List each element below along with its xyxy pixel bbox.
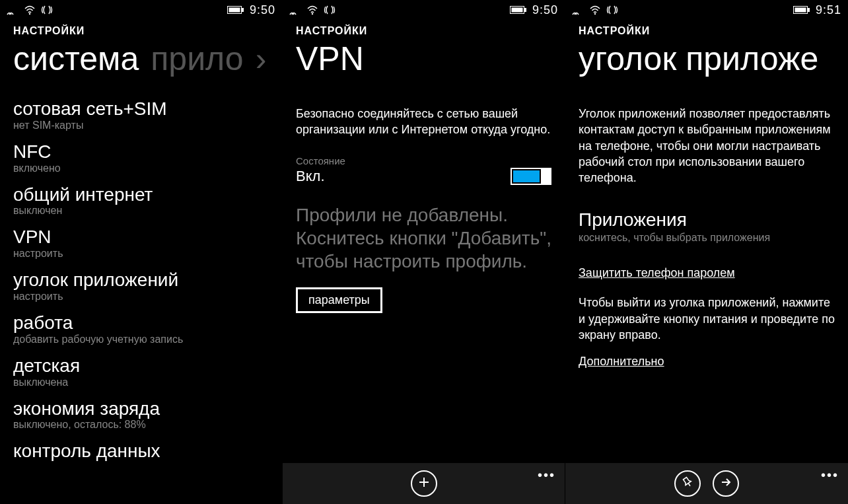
settings-list[interactable]: сотовая сеть+SIM нет SIM-карты NFC включ… xyxy=(13,99,282,472)
list-item-sub: выключено, осталось: 88% xyxy=(13,419,282,431)
list-item-sub: настроить xyxy=(13,291,282,303)
more-button[interactable]: ••• xyxy=(821,468,839,482)
page-title: уголок приложе xyxy=(579,40,848,78)
state-label: Состояние xyxy=(296,155,551,166)
list-item-title: общий интернет xyxy=(13,185,282,205)
svg-rect-10 xyxy=(795,8,806,13)
status-bar: 9:50 xyxy=(283,0,565,20)
list-item-title: NFC xyxy=(13,142,282,162)
vpn-description: Безопасно соединяйтесь с сетью вашей орг… xyxy=(296,106,551,138)
list-item-title: контроль данных xyxy=(13,441,282,462)
svg-point-8 xyxy=(594,13,596,15)
battery-icon xyxy=(227,5,244,15)
app-title: НАСТРОЙКИ xyxy=(13,25,282,37)
vibrate-icon xyxy=(324,5,336,15)
svg-rect-7 xyxy=(524,8,526,12)
phone-vpn: 9:50 НАСТРОЙКИ VPN Безопасно соединяйтес… xyxy=(283,0,565,504)
wifi-icon xyxy=(24,5,36,15)
pivot-item-system[interactable]: система xyxy=(13,40,139,78)
list-item-work[interactable]: работа добавить рабочую учетную запись xyxy=(13,313,282,345)
svg-rect-11 xyxy=(808,8,810,12)
list-item-sub: нет SIM-карты xyxy=(13,120,282,131)
svg-rect-6 xyxy=(511,8,522,13)
pin-icon xyxy=(682,476,693,491)
appbar: ••• xyxy=(283,463,565,504)
vpn-toggle[interactable] xyxy=(511,168,551,185)
vibrate-icon xyxy=(606,5,618,15)
svg-point-0 xyxy=(29,13,30,15)
svg-rect-2 xyxy=(229,8,240,13)
parameters-button[interactable]: параметры xyxy=(296,287,382,313)
pivot-header[interactable]: системаприло› xyxy=(13,40,282,78)
add-button[interactable] xyxy=(411,470,437,497)
phone-apps-corner: 9:51 НАСТРОЙКИ уголок приложе Уголок при… xyxy=(565,0,848,504)
svg-point-4 xyxy=(312,13,313,15)
list-item-hotspot[interactable]: общий интернет выключен xyxy=(13,185,282,217)
list-item-title: VPN xyxy=(13,227,282,248)
toggle-track xyxy=(513,170,540,182)
list-item-title: детская xyxy=(13,356,282,377)
clock-text: 9:50 xyxy=(250,3,275,17)
wifi-icon xyxy=(589,5,601,15)
pin-button[interactable] xyxy=(674,470,701,497)
more-button[interactable]: ••• xyxy=(538,468,555,482)
plus-icon xyxy=(418,476,430,491)
chevron-right-icon: › xyxy=(256,40,267,78)
list-item-sub: добавить рабочую учетную запись xyxy=(13,334,282,345)
toggle-thumb xyxy=(541,168,551,185)
launch-button[interactable] xyxy=(713,470,739,497)
status-bar: 9:50 xyxy=(0,0,282,20)
list-item-data-sense[interactable]: контроль данных xyxy=(13,441,282,462)
battery-icon xyxy=(793,5,810,15)
list-item-kids[interactable]: детская выключена xyxy=(13,356,282,388)
arrow-right-icon xyxy=(720,476,732,491)
list-item-cellular[interactable]: сотовая сеть+SIM нет SIM-карты xyxy=(13,99,282,131)
status-bar: 9:51 xyxy=(565,0,848,20)
protect-phone-link[interactable]: Защитить телефон паролем xyxy=(579,266,735,280)
list-item-sub: включено xyxy=(13,162,282,174)
list-item-title: экономия заряда xyxy=(13,399,282,419)
signal-roaming-icon xyxy=(7,5,18,15)
list-item-sub: выключена xyxy=(13,377,282,388)
exit-hint-text: Чтобы выйти из уголка приложений, нажмит… xyxy=(579,295,835,343)
list-item-sub: выключен xyxy=(13,205,282,217)
apps-section-header[interactable]: Приложения xyxy=(579,209,835,231)
list-item-sub: настроить xyxy=(13,248,282,260)
empty-profiles-text: Профили не добавлены. Коснитесь кнопки "… xyxy=(296,203,551,273)
svg-rect-3 xyxy=(242,8,244,12)
page-title: VPN xyxy=(296,40,565,78)
app-title: НАСТРОЙКИ xyxy=(579,25,848,37)
list-item-battery-saver[interactable]: экономия заряда выключено, осталось: 88% xyxy=(13,399,282,431)
app-title: НАСТРОЙКИ xyxy=(296,25,565,37)
appbar: ••• xyxy=(565,463,848,504)
wifi-icon xyxy=(306,5,318,15)
signal-roaming-icon xyxy=(572,5,584,15)
phone-settings-system: 9:50 НАСТРОЙКИ системаприло› сотовая сет… xyxy=(0,0,283,504)
vibrate-icon xyxy=(41,5,53,15)
list-item-title: работа xyxy=(13,313,282,334)
list-item-nfc[interactable]: NFC включено xyxy=(13,142,282,174)
list-item-title: уголок приложений xyxy=(13,270,282,291)
pivot-item-apps-peek[interactable]: прило xyxy=(151,40,243,78)
list-item-title: сотовая сеть+SIM xyxy=(13,99,282,120)
more-link[interactable]: Дополнительно xyxy=(579,355,664,369)
list-item-apps-corner[interactable]: уголок приложений настроить xyxy=(13,270,282,303)
signal-roaming-icon xyxy=(289,5,301,15)
battery-icon xyxy=(510,5,527,15)
list-item-vpn[interactable]: VPN настроить xyxy=(13,227,282,260)
apps-corner-description: Уголок приложений позволяет предоставлят… xyxy=(579,106,835,186)
clock-text: 9:50 xyxy=(532,3,558,17)
apps-section-sub: коснитесь, чтобы выбрать приложения xyxy=(579,232,835,244)
state-value: Вкл. xyxy=(296,168,325,185)
clock-text: 9:51 xyxy=(816,3,841,17)
